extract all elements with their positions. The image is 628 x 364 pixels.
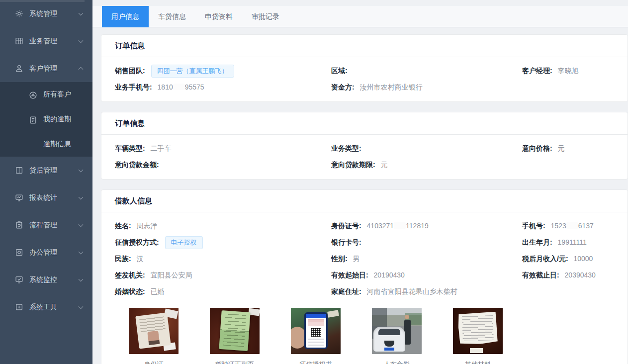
attachment-label: 人车合影 [372, 360, 422, 364]
clipboard-icon [15, 221, 23, 229]
main-content: 用户信息 车贷信息 申贷资料 审批记录 订单信息 销售团队: 四团一营（直属王鹏… [92, 0, 628, 364]
borrower-info-card: 借款人信息 姓名: 周志洋 身份证号: 4103271112819 手机号: [101, 189, 628, 364]
card-title: 订单信息 [101, 35, 628, 57]
field-mobile: 手机号: 15236137 [522, 222, 618, 231]
wheel-icon [29, 91, 37, 98]
attachment-label: 其他材料 [453, 360, 503, 364]
square-icon [15, 248, 23, 257]
attachment-driver-license: 驾驶证正副页 [210, 308, 260, 364]
sidebar-item-label: 我的逾期 [43, 115, 92, 124]
field-issuing-authority: 签发机关: 宜阳县公安局 [115, 271, 331, 280]
sidebar-item-label: 贷后管理 [29, 166, 92, 175]
field-valid-from: 有效起始日: 20190430 [331, 271, 522, 280]
sidebar-item-label: 系统管理 [29, 9, 92, 18]
field-business-phone: 业务手机号: 181095575 [115, 83, 331, 92]
gear-icon [15, 9, 23, 18]
sidebar-item-system-monitor[interactable]: 系统监控 [0, 266, 92, 293]
notebook-icon [29, 116, 37, 123]
field-sales-team: 销售团队: 四团一营（直属王鹏飞） [115, 65, 331, 78]
redaction [173, 84, 185, 90]
sidebar-item-label: 业务管理 [29, 37, 92, 46]
document-photo[interactable] [453, 308, 503, 354]
sidebar-item-system-tools[interactable]: 系统工具 [0, 293, 92, 321]
card-title: 借款人信息 [101, 190, 628, 212]
redaction [566, 222, 578, 229]
tab-loan-application-docs[interactable]: 申贷资料 [195, 6, 242, 27]
sidebar-item-label: 系统监控 [29, 275, 92, 284]
box-plus-icon [15, 303, 23, 311]
field-marital-status: 婚姻状态: 已婚 [115, 287, 331, 296]
grid-icon [15, 37, 23, 45]
tab-bar: 用户信息 车贷信息 申贷资料 审批记录 [92, 6, 628, 27]
credit-auth-tag: 电子授权 [165, 236, 203, 249]
field-ethnicity: 民族: 汉 [115, 255, 331, 264]
app-window: 系统管理 业务管理 客户管理 所有客户 [0, 0, 628, 364]
sidebar-item-office-management[interactable]: 办公管理 [0, 239, 92, 266]
field-name: 姓名: 周志洋 [115, 222, 331, 231]
person-with-car-photo[interactable] [372, 308, 422, 354]
sidebar-submenu-customer: 所有客户 我的逾期 逾期信息 [0, 82, 92, 157]
field-intent-loan-amount: 意向贷款金额: [115, 161, 331, 170]
field-birth-date: 出生年月: 19911111 [522, 238, 618, 247]
field-intent-price: 意向价格: 元 [522, 144, 618, 153]
attachment-label: 驾驶证正副页 [210, 360, 260, 364]
sidebar-item-label: 流程管理 [29, 221, 92, 230]
sidebar-item-label: 办公管理 [29, 248, 92, 257]
attachment-person-car: 人车合影 [372, 308, 422, 364]
attachment-id-card: 身份证 [129, 308, 179, 364]
sidebar-item-customer-management[interactable]: 客户管理 [0, 55, 92, 82]
field-valid-to: 有效截止日: 20390430 [522, 271, 618, 280]
user-icon [15, 64, 23, 73]
field-funding-party: 资金方: 汝州市农村商业银行 [331, 83, 522, 92]
redaction [394, 222, 406, 229]
attachment-label: 征信授权书 [291, 360, 341, 364]
sales-team-tag: 四团一营（直属王鹏飞） [151, 65, 234, 78]
sidebar-item-process-management[interactable]: 流程管理 [0, 211, 92, 239]
sidebar-item-label: 客户管理 [29, 64, 92, 73]
attachment-credit-auth: 征信授权书 [291, 308, 341, 364]
field-vehicle-type: 车辆类型: 二手车 [115, 144, 331, 153]
sidebar-item-label: 所有客户 [43, 90, 92, 99]
field-bank-card: 银行卡号: [331, 238, 522, 247]
sidebar-item-label: 系统工具 [29, 303, 92, 312]
book-icon [15, 166, 23, 175]
attachment-thumbnails: 身份证 驾驶证正副页 [115, 300, 618, 364]
monitor-check-icon [15, 275, 23, 284]
sidebar-item-all-customers[interactable]: 所有客户 [0, 82, 92, 107]
order-info-card-1: 订单信息 销售团队: 四团一营（直属王鹏飞） 区域: 客户经理: [101, 34, 628, 102]
monitor-icon [15, 193, 23, 202]
field-intent-loan-term: 意向贷款期限: 元 [331, 161, 522, 170]
field-home-address: 家庭住址: 河南省宜阳县花果山乡木柴村 [331, 287, 522, 296]
field-gender: 性别: 男 [331, 255, 522, 264]
card-title: 订单信息 [101, 112, 628, 135]
field-business-type: 业务类型: [331, 144, 522, 153]
sidebar-item-business-management[interactable]: 业务管理 [0, 27, 92, 55]
sidebar-item-label: 逾期信息 [43, 140, 92, 149]
attachment-label: 身份证 [129, 360, 179, 364]
field-region: 区域: [331, 67, 522, 76]
sidebar-item-system-management[interactable]: 系统管理 [0, 0, 92, 27]
id-card-photo[interactable] [129, 308, 179, 354]
credit-auth-photo[interactable] [291, 308, 341, 354]
field-monthly-income: 税后月收入/元: 10000 [522, 255, 618, 264]
driver-license-photo[interactable] [210, 308, 260, 354]
sidebar-item-label: 报表统计 [29, 193, 92, 202]
tab-approval-records[interactable]: 审批记录 [242, 6, 289, 27]
sidebar-item-postloan-management[interactable]: 贷后管理 [0, 157, 92, 184]
field-credit-auth-method: 征信授权方式: 电子授权 [115, 236, 331, 249]
field-id-number: 身份证号: 4103271112819 [331, 222, 522, 231]
sidebar-item-report-statistics[interactable]: 报表统计 [0, 184, 92, 211]
tab-user-info[interactable]: 用户信息 [102, 6, 149, 27]
sidebar: 系统管理 业务管理 客户管理 所有客户 [0, 0, 92, 364]
page-content: 订单信息 销售团队: 四团一营（直属王鹏飞） 区域: 客户经理: [92, 27, 628, 364]
field-account-manager: 客户经理: 李晓旭 [522, 67, 618, 76]
order-info-card-2: 订单信息 车辆类型: 二手车 业务类型: 意向价格: 元 [101, 112, 628, 180]
sidebar-item-my-overdue[interactable]: 我的逾期 [0, 107, 92, 132]
tab-car-loan-info[interactable]: 车贷信息 [149, 6, 195, 27]
attachment-other-doc: 其他材料 [453, 308, 503, 364]
sidebar-item-overdue-info[interactable]: 逾期信息 [0, 132, 92, 157]
